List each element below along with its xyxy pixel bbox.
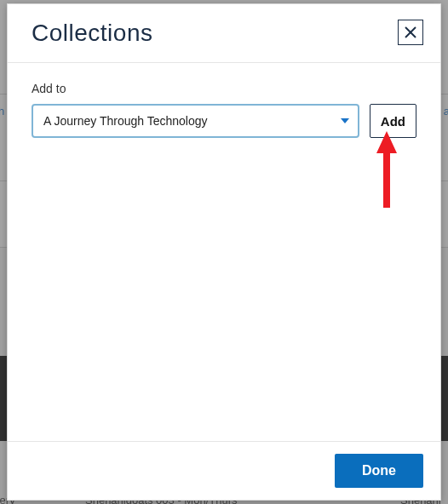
modal-header: Collections [8, 4, 440, 63]
done-button[interactable]: Done [335, 454, 423, 488]
add-button[interactable]: Add [370, 104, 416, 138]
chevron-down-icon [341, 118, 349, 123]
collections-modal: Collections Add to A Journey Through Tec… [7, 3, 441, 501]
modal-body: Add to A Journey Through Technology Add [8, 63, 440, 441]
collection-select-value: A Journey Through Technology [43, 114, 208, 128]
red-arrow-annotation [370, 131, 404, 216]
add-to-row: A Journey Through Technology Add [32, 104, 416, 138]
close-button[interactable] [398, 20, 423, 45]
add-to-label: Add to [32, 82, 416, 95]
close-icon [404, 26, 417, 39]
modal-overlay: Collections Add to A Journey Through Tec… [0, 0, 448, 504]
collection-select[interactable]: A Journey Through Technology [32, 104, 359, 138]
svg-marker-2 [376, 131, 397, 208]
modal-footer: Done [8, 441, 440, 500]
modal-title: Collections [32, 20, 152, 47]
